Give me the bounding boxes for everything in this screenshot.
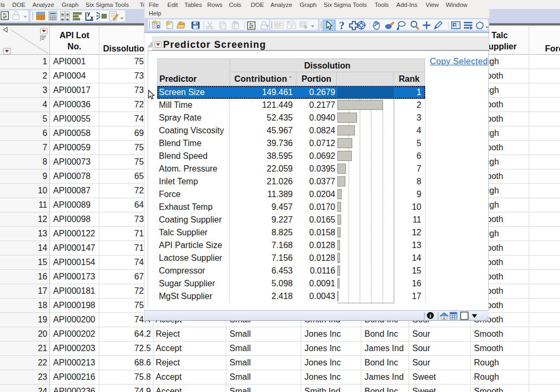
svg-text:?: ? (339, 20, 345, 31)
svg-text:x: x (90, 15, 94, 21)
svg-text:T: T (454, 23, 456, 28)
svg-text:i: i (429, 312, 431, 319)
